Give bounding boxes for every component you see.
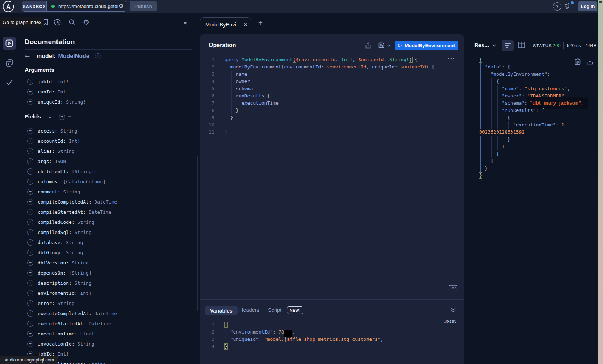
field-type[interactable]: String [89,361,106,364]
add-to-query-icon[interactable] [27,331,33,337]
field-name[interactable]: alias: [38,148,58,154]
field-type[interactable]: [CatalogColumn] [63,179,105,184]
doc-field-row[interactable]: access: String [18,126,198,136]
field-type[interactable]: DateTime [95,311,117,316]
history-icon[interactable] [53,18,61,26]
field-type[interactable]: String [72,260,89,265]
field-type[interactable]: Int! [69,138,80,144]
tab-variables[interactable]: Variables [205,306,238,315]
doc-field-row[interactable]: uniqueId: String! [18,97,198,107]
field-type[interactable]: String [58,301,75,306]
operation-collections-button[interactable] [3,56,16,70]
field-type[interactable]: String [75,230,92,235]
help-icon[interactable]: ? [553,2,561,11]
doc-field-row[interactable]: compileCompletedAt: DateTime [18,197,198,207]
field-name[interactable]: database: [38,240,66,245]
chevron-down-icon[interactable] [68,114,72,119]
add-to-query-icon[interactable] [27,89,33,95]
add-to-query-icon[interactable] [27,79,33,85]
field-name[interactable]: executeCompletedAt: [38,311,95,316]
add-to-query-icon[interactable] [27,189,33,195]
add-to-query-icon[interactable] [27,209,33,215]
field-type[interactable]: [String] [69,270,92,276]
add-to-query-icon[interactable] [27,290,33,296]
collapse-variables-icon[interactable] [450,307,456,314]
field-type[interactable]: String [78,341,95,347]
doc-field-row[interactable]: executeStartedAt: DateTime [18,318,198,329]
field-name[interactable]: dbtVersion: [38,260,72,265]
table-view-button[interactable] [517,41,526,49]
endpoint-url-input[interactable]: https://metadata.cloud.getdbt.com/graphq… [58,4,118,9]
doc-field-row[interactable]: childrenL1: [String!] [18,166,198,176]
endpoint-settings-icon[interactable]: ⚙ [118,3,124,9]
apollo-logo[interactable]: A [2,0,14,13]
doc-field-row[interactable]: dependsOn: [String] [18,268,198,278]
add-field-icon[interactable] [95,53,101,59]
field-name[interactable]: invocationId: [38,341,78,347]
tab-close-icon[interactable]: ✕ [243,22,248,28]
field-type[interactable]: String [78,219,95,225]
doc-field-row[interactable]: compileStartedAt: DateTime [18,207,198,217]
add-to-query-icon[interactable] [27,179,33,185]
field-name[interactable]: columns: [38,179,63,184]
field-type[interactable]: String [75,280,92,286]
field-name[interactable]: executeStartedAt: [38,321,89,326]
doc-field-row[interactable]: compiledSql: String [18,227,198,237]
add-to-query-icon[interactable] [27,250,33,256]
doc-field-row[interactable]: description: String [18,278,198,288]
field-type[interactable]: String [63,189,80,194]
sort-icon[interactable]: ↓ [48,113,53,120]
add-to-query-icon[interactable] [27,138,33,144]
field-type[interactable]: [String!] [72,169,97,174]
tab-modelbyenvironment[interactable]: ModelByEnvi... ✕ [200,17,251,32]
variables-editor[interactable]: 1{2 "environmentId": 782,3 "uniqueId": "… [200,321,464,350]
doc-field-row[interactable]: accountId: Int! [18,136,198,146]
add-to-query-icon[interactable] [27,219,33,225]
add-to-query-icon[interactable] [27,199,33,205]
save-icon[interactable] [378,42,384,50]
field-type[interactable]: DateTime [95,199,117,205]
back-arrow-icon[interactable]: ← [25,53,33,60]
doc-field-row[interactable]: compiledCode: String [18,217,198,227]
add-to-query-icon[interactable] [27,341,33,347]
field-name[interactable]: compileCompletedAt: [38,199,95,205]
doc-field-row[interactable]: jobId: Int! [18,76,198,87]
field-type[interactable]: String! [66,99,86,105]
field-type[interactable]: Int! [58,79,69,84]
field-name[interactable]: uniqueId: [38,99,66,105]
add-to-query-icon[interactable] [27,270,33,276]
field-name[interactable]: compileStartedAt: [38,209,89,215]
field-name[interactable]: description: [38,280,75,286]
keyboard-shortcuts-icon[interactable] [449,285,457,292]
add-to-query-icon[interactable] [27,239,33,246]
field-name[interactable]: environmentId: [38,290,80,296]
doc-field-row[interactable]: dbtGroup: String [18,247,198,258]
run-operation-button[interactable]: ▷ ModelByEnvironment [395,41,458,50]
add-to-query-icon[interactable] [27,300,33,306]
settings-gear-icon[interactable]: ⚙ [82,18,90,26]
doc-field-row[interactable]: runId: Int [18,87,198,97]
field-type[interactable]: String [66,250,83,255]
doc-field-row[interactable]: executionTime: Float [18,329,198,339]
add-to-query-icon[interactable] [27,148,33,154]
doc-field-row[interactable]: comment: String [18,187,198,197]
response-chevron-icon[interactable] [492,43,497,48]
tab-headers[interactable]: Headers [239,307,259,313]
doc-field-row[interactable]: dbtVersion: String [18,258,198,268]
field-name[interactable]: dependsOn: [38,270,69,276]
field-type[interactable]: Float [80,331,94,336]
response-title[interactable]: Res... [474,42,489,48]
checks-nav-button[interactable] [3,75,16,89]
field-name[interactable]: runId: [38,89,58,95]
add-all-fields-icon[interactable] [59,114,65,120]
doc-scrollbar[interactable] [197,156,198,311]
doc-field-row[interactable]: alias: String [18,146,198,156]
collapse-panel-icon[interactable]: « [183,19,187,26]
announcements-button[interactable] [564,2,574,11]
doc-field-row[interactable]: executeCompletedAt: DateTime [18,308,198,318]
field-type[interactable]: JSON [55,159,66,164]
tab-script[interactable]: Script [268,307,281,313]
add-to-query-icon[interactable] [27,229,33,235]
field-type[interactable]: DateTime [89,321,112,326]
field-type[interactable]: Int! [58,351,69,357]
